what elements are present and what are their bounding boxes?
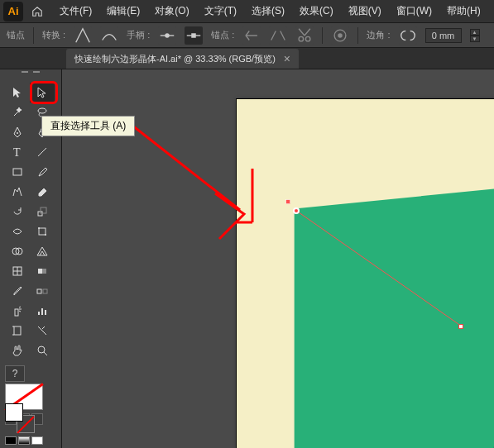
rotate-tool[interactable] (5, 202, 30, 222)
svg-marker-36 (295, 182, 494, 448)
rectangle-tool[interactable] (5, 162, 30, 182)
gradient-tool[interactable] (30, 261, 55, 281)
cut-path-icon[interactable] (295, 26, 314, 45)
color-swatches (5, 403, 43, 445)
svg-point-4 (300, 36, 305, 41)
menu-effect[interactable]: 效果(C) (293, 1, 340, 21)
toolbar-grip[interactable] (0, 71, 61, 81)
separator (322, 27, 323, 44)
svg-rect-31 (14, 326, 21, 335)
shape-builder-tool[interactable] (5, 241, 30, 261)
svg-point-17 (45, 234, 46, 236)
svg-rect-25 (37, 289, 41, 293)
eyedropper-tool[interactable] (5, 281, 30, 301)
corner-label: 边角 : (367, 29, 390, 41)
free-transform-tool[interactable] (30, 222, 55, 241)
width-tool[interactable] (5, 222, 30, 241)
document-tab-bar: 快速绘制六边形晶体-AI.ai* @ 33.33% (RGB/预览) × (0, 48, 494, 69)
connect-anchor-icon[interactable] (269, 26, 287, 45)
none-mode[interactable] (31, 436, 43, 445)
svg-point-9 (17, 132, 18, 134)
tool-tooltip: 直接选择工具 (A) (41, 116, 135, 136)
menu-object[interactable]: 对象(O) (148, 1, 195, 21)
menu-type[interactable]: 文字(T) (198, 1, 243, 21)
hand-tool[interactable] (5, 341, 30, 360)
remove-anchor-icon[interactable] (242, 26, 261, 45)
svg-point-34 (38, 346, 45, 353)
svg-point-5 (306, 36, 311, 41)
gradient-mode[interactable] (18, 436, 30, 445)
corner-spinner[interactable]: ▲▼ (470, 29, 480, 42)
shaper-tool[interactable] (5, 182, 30, 202)
menu-select[interactable]: 选择(S) (245, 1, 291, 21)
line-tool[interactable] (30, 142, 55, 162)
menu-view[interactable]: 视图(V) (342, 1, 388, 21)
zoom-tool[interactable] (30, 341, 55, 360)
close-icon[interactable]: × (284, 52, 290, 65)
unknown-swatch[interactable]: ? (5, 365, 25, 382)
artboard (236, 98, 494, 448)
svg-text:T: T (13, 146, 21, 159)
paintbrush-tool[interactable] (30, 162, 55, 182)
menu-items: 文件(F) 编辑(E) 对象(O) 文字(T) 选择(S) 效果(C) 视图(V… (53, 1, 487, 21)
menu-bar: Ai 文件(F) 编辑(E) 对象(O) 文字(T) 选择(S) 效果(C) 视… (0, 0, 494, 23)
handle-show-icon[interactable] (158, 26, 176, 45)
convert-smooth-icon[interactable] (100, 26, 118, 45)
selection-tool[interactable] (5, 83, 30, 102)
home-icon[interactable] (28, 2, 46, 21)
artboard-tool[interactable] (5, 321, 30, 341)
toolbar: T ? (0, 69, 62, 448)
vector-shape[interactable] (237, 99, 494, 448)
menu-file[interactable]: 文件(F) (53, 1, 98, 21)
convert-corner-icon[interactable] (74, 26, 92, 45)
svg-point-8 (38, 108, 46, 113)
mesh-tool[interactable] (5, 261, 30, 281)
separator (33, 27, 34, 44)
svg-point-7 (338, 33, 343, 38)
svg-rect-12 (13, 169, 22, 175)
menu-edit[interactable]: 编辑(E) (100, 1, 146, 21)
anchor-label: 锚点 (7, 29, 25, 41)
svg-rect-24 (38, 269, 42, 274)
svg-line-35 (44, 352, 47, 355)
menu-window[interactable]: 窗口(W) (390, 1, 439, 21)
anchor-point[interactable] (458, 324, 463, 329)
link-icon[interactable] (399, 26, 417, 45)
svg-rect-28 (38, 312, 40, 315)
svg-line-11 (38, 148, 46, 156)
perspective-tool[interactable] (30, 241, 55, 261)
type-tool[interactable]: T (5, 142, 30, 162)
menu-help[interactable]: 帮助(H) (440, 1, 487, 21)
corner-radius-input[interactable] (425, 28, 462, 43)
isolate-icon[interactable] (331, 26, 349, 45)
svg-rect-29 (41, 308, 43, 315)
svg-point-16 (38, 227, 40, 229)
symbol-sprayer-tool[interactable] (5, 301, 30, 321)
svg-rect-15 (39, 228, 46, 235)
handle-hide-icon[interactable] (185, 26, 203, 45)
color-mode[interactable] (5, 436, 17, 445)
anchor-point-selected[interactable] (293, 207, 300, 214)
magic-wand-tool[interactable] (5, 102, 30, 122)
scale-tool[interactable] (30, 202, 55, 222)
pen-tool[interactable] (5, 122, 30, 142)
slice-tool[interactable] (30, 321, 55, 341)
eraser-tool[interactable] (30, 182, 55, 202)
app-logo: Ai (3, 2, 23, 21)
svg-rect-26 (43, 289, 47, 293)
handle-label: 手柄 : (127, 29, 150, 41)
anchors-label: 锚点 : (211, 29, 234, 41)
fill-swatch[interactable] (5, 403, 23, 422)
options-bar: 锚点 转换 : 手柄 : 锚点 : 边角 : ▲▼ (0, 23, 494, 48)
svg-rect-40 (286, 200, 290, 204)
column-graph-tool[interactable] (30, 301, 55, 321)
direct-selection-tool[interactable] (30, 83, 55, 102)
document-tab[interactable]: 快速绘制六边形晶体-AI.ai* @ 33.33% (RGB/预览) × (66, 49, 299, 69)
document-title: 快速绘制六边形晶体-AI.ai* @ 33.33% (RGB/预览) (74, 53, 276, 65)
separator (357, 27, 358, 44)
svg-rect-14 (41, 207, 46, 213)
svg-rect-30 (45, 310, 46, 315)
main-area: T ? (0, 69, 494, 448)
blend-tool[interactable] (30, 281, 55, 301)
svg-rect-27 (15, 309, 18, 316)
